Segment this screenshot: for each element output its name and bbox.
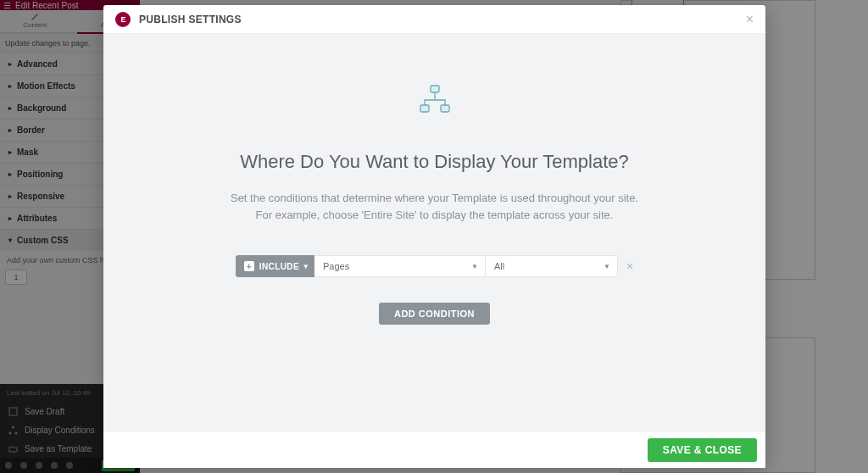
chevron-down-icon: ▼ [471,263,478,270]
modal-title: PUBLISH SETTINGS [139,14,242,25]
modal-footer: SAVE & CLOSE [103,431,765,468]
save-and-close-button[interactable]: SAVE & CLOSE [648,438,757,462]
include-label: INCLUDE [259,262,299,271]
close-icon[interactable]: × [746,12,754,27]
condition-type-select[interactable]: Pages ▼ [314,255,486,277]
modal-description: Set the conditions that determine where … [231,190,638,223]
sitemap-icon [416,85,453,119]
svg-rect-4 [431,86,439,92]
modal-header: E PUBLISH SETTINGS × [103,5,765,34]
condition-value-select[interactable]: All ▼ [486,255,618,277]
include-toggle[interactable]: + INCLUDE ▼ [236,255,314,277]
plus-icon: + [244,261,254,271]
add-condition-button[interactable]: ADD CONDITION [379,303,490,325]
chevron-down-icon: ▼ [303,263,309,270]
remove-condition-icon[interactable]: × [626,259,633,273]
chevron-down-icon: ▼ [604,263,610,270]
modal-heading: Where Do You Want to Display Your Templa… [240,151,629,173]
modal-body: Where Do You Want to Display Your Templa… [103,34,765,431]
elementor-logo-icon: E [115,12,131,27]
svg-rect-5 [420,105,429,112]
svg-rect-6 [441,105,449,112]
condition-row: + INCLUDE ▼ Pages ▼ All ▼ × [236,255,633,277]
publish-settings-modal: E PUBLISH SETTINGS × Where Do You Want t… [103,5,765,468]
